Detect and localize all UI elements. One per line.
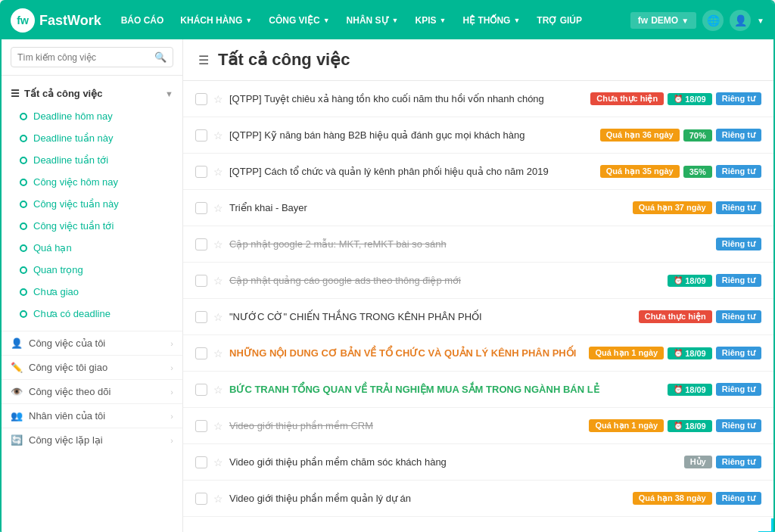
page-title: Tất cả công việc	[218, 50, 350, 70]
dot-icon	[20, 310, 27, 318]
table-row: ☆ Cập nhật google 2 mẫu: MKT, reMKT bài …	[183, 226, 773, 263]
task-name: Video giới thiệu phần mềm CRM	[229, 420, 583, 431]
deadline-badge: 18/09	[668, 420, 712, 432]
dot-icon	[20, 135, 27, 142]
nav-nhan-su[interactable]: NHÂN SỰ ▼	[339, 11, 406, 30]
task-checkbox[interactable]	[195, 311, 207, 323]
sidebar-item-label: Công việc tuần tới	[33, 220, 114, 232]
star-icon[interactable]: ☆	[213, 166, 223, 178]
privacy-badge: Riêng tư	[716, 129, 761, 142]
hamburger-icon[interactable]: ☰	[198, 53, 209, 67]
task-checkbox[interactable]	[195, 129, 207, 142]
sidebar: 🔍 ☰ Tất cả công việc ▼ Deadline hôm nay	[2, 39, 183, 532]
deadline-badge: 18/09	[668, 275, 712, 287]
nav-kpis[interactable]: KPIS ▼	[407, 11, 453, 30]
task-checkbox[interactable]	[195, 275, 207, 287]
table-row: ☆ [QTPP] Kỹ năng bán hàng B2B hiệu quả đ…	[183, 117, 773, 154]
star-icon[interactable]: ☆	[213, 129, 223, 142]
chevron-right-icon: ›	[170, 436, 173, 445]
nav-bao-cao[interactable]: BÁO CÁO	[114, 11, 172, 30]
dot-icon	[20, 288, 27, 296]
chevron-down-icon: ▼	[440, 17, 447, 24]
nav-he-thong[interactable]: HỆ THỐNG ▼	[455, 11, 528, 30]
sidebar-section-header[interactable]: ☰ Tất cả công việc ▼	[2, 82, 182, 105]
sidebar-item-task-next-week[interactable]: Công việc tuần tới	[5, 215, 179, 237]
search-input-wrap[interactable]: 🔍	[11, 47, 173, 67]
task-name: [QTPP] Kỹ năng bán hàng B2B hiệu quả đán…	[229, 129, 594, 141]
nav-tro-giup[interactable]: TRỢ GIÚP	[529, 11, 590, 30]
search-icon[interactable]: 🔍	[154, 51, 167, 63]
chevron-down-icon: ▼	[513, 17, 520, 24]
sidebar-category-recurring[interactable]: 🔄 Công việc lặp lại ›	[2, 428, 182, 452]
sidebar-category-employees[interactable]: 👥 Nhân viên của tôi ›	[2, 403, 182, 428]
sidebar-item-label: Công việc hôm nay	[33, 176, 118, 188]
sidebar-category-watching[interactable]: 👁️ Công việc theo dõi ›	[2, 379, 182, 403]
chevron-right-icon: ›	[170, 412, 173, 421]
task-checkbox[interactable]	[195, 202, 207, 214]
sidebar-item-task-today[interactable]: Công việc hôm nay	[5, 171, 179, 193]
overdue-badge: Quá hạn 35 ngày	[600, 165, 680, 178]
task-checkbox[interactable]	[195, 420, 207, 432]
sidebar-item-important[interactable]: Quan trọng	[5, 259, 179, 281]
task-checkbox[interactable]	[195, 166, 207, 178]
team-icon: 👥	[11, 410, 23, 422]
privacy-badge: Riêng tư	[716, 165, 761, 178]
privacy-badge: Riêng tư	[716, 492, 761, 505]
star-icon[interactable]: ☆	[213, 275, 223, 287]
star-icon[interactable]: ☆	[213, 384, 223, 396]
task-name: "NƯỚC CỜ" CHIẾN THẮNG TRONG KÊNH PHÂN PH…	[229, 311, 633, 322]
table-row: ☆ Video giới thiệu phần mềm quản lý dự á…	[183, 481, 773, 517]
task-name: [QTPP] Cách tổ chức và quản lý kênh phân…	[229, 166, 594, 177]
star-icon[interactable]: ☆	[213, 456, 223, 468]
edit-icon: ✏️	[11, 362, 23, 373]
logo-icon-small: fw	[638, 15, 648, 26]
star-icon[interactable]: ☆	[213, 347, 223, 359]
eye-icon: 👁️	[11, 386, 23, 397]
sidebar-item-label: Nhân viên của tôi	[29, 410, 105, 422]
search-input[interactable]	[17, 52, 150, 63]
task-checkbox[interactable]	[195, 347, 207, 359]
task-checkbox[interactable]	[195, 93, 207, 105]
deadline-badge: 18/09	[668, 347, 712, 359]
chevron-down-icon: ▼	[757, 17, 764, 25]
logo-area[interactable]: fw FastWork	[11, 8, 101, 33]
sidebar-item-overdue[interactable]: Quá hạn	[5, 237, 179, 259]
percent-badge: 35%	[683, 166, 712, 178]
privacy-badge: Riêng tư	[716, 92, 761, 105]
globe-icon[interactable]: 🌐	[702, 10, 724, 31]
star-icon[interactable]: ☆	[213, 93, 223, 105]
task-checkbox[interactable]	[195, 238, 207, 250]
demo-badge[interactable]: fw DEMO ▼	[630, 12, 696, 29]
sidebar-category-my-tasks[interactable]: 👤 Công việc của tôi ›	[2, 331, 182, 355]
table-row: ☆ Cập nhật quảng cáo google ads theo thô…	[183, 263, 773, 299]
chevron-down-icon: ▼	[245, 17, 252, 24]
table-row: ☆ BỨC TRANH TỔNG QUAN VỀ TRẢI NGHIỆM MUA…	[183, 372, 773, 408]
deadline-badge: 18/09	[668, 93, 712, 105]
star-icon[interactable]: ☆	[213, 420, 223, 432]
nav-khach-hang[interactable]: KHÁCH HÀNG ▼	[173, 11, 260, 30]
star-icon[interactable]: ☆	[213, 238, 223, 250]
sidebar-item-unassigned[interactable]: Chưa giao	[5, 281, 179, 303]
star-icon[interactable]: ☆	[213, 202, 223, 214]
table-row: ☆ [QTPP] Cách tổ chức và quản lý kênh ph…	[183, 154, 773, 190]
sidebar-item-deadline-week[interactable]: Deadline tuần này	[5, 127, 179, 149]
nav-cong-viec[interactable]: CÔNG VIỆC ▼	[261, 11, 337, 30]
star-icon[interactable]: ☆	[213, 311, 223, 323]
sidebar-item-task-week[interactable]: Công việc tuần này	[5, 193, 179, 215]
sidebar-item-no-deadline[interactable]: Chưa có deadline	[5, 303, 179, 325]
task-checkbox[interactable]	[195, 493, 207, 505]
sidebar-item-deadline-today[interactable]: Deadline hôm nay	[5, 105, 179, 127]
sidebar-item-deadline-next-week[interactable]: Deadline tuần tới	[5, 149, 179, 171]
avatar[interactable]: 👤	[730, 10, 751, 31]
task-checkbox[interactable]	[195, 456, 207, 468]
star-icon[interactable]: ☆	[213, 493, 223, 505]
dot-icon	[20, 266, 27, 274]
task-checkbox[interactable]	[195, 384, 207, 396]
sidebar-category-assigned[interactable]: ✏️ Công việc tôi giao ›	[2, 355, 182, 379]
nav-right: fw DEMO ▼ 🌐 👤 ▼	[630, 10, 764, 31]
task-name: [QTPP] Tuyệt chiêu xả hàng tồn kho cuối …	[229, 93, 584, 104]
corner-tl	[2, 2, 17, 17]
sidebar-item-label: Deadline hôm nay	[33, 110, 113, 122]
task-badges: Hủy Riêng tư	[684, 456, 761, 468]
task-name: Triển khai - Bayer	[229, 202, 627, 213]
